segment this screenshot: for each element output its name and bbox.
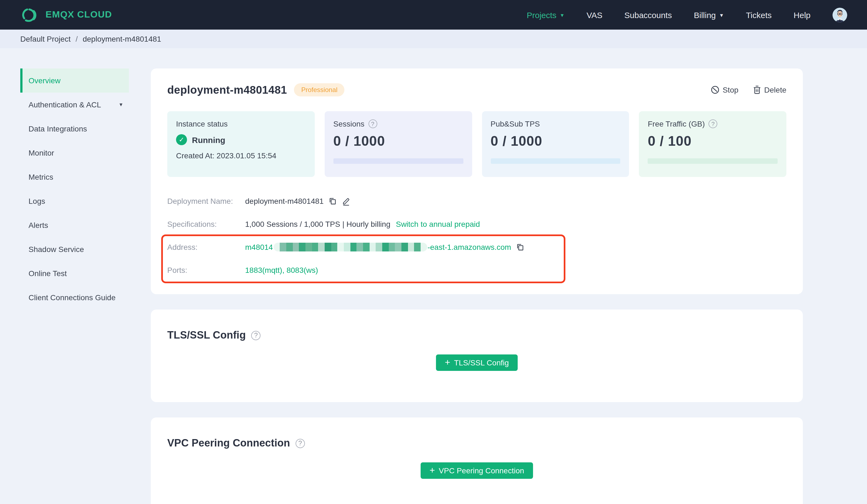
delete-button[interactable]: Delete bbox=[753, 86, 786, 94]
brand-logo[interactable]: EMQX CLOUD bbox=[20, 8, 112, 22]
nav-item-vas[interactable]: VAS bbox=[587, 10, 602, 20]
navbar-menu: Projects ▼ VAS Subaccounts Billing ▼ Tic… bbox=[527, 8, 847, 22]
plus-icon: + bbox=[445, 358, 450, 367]
tls-ssl-title: TLS/SSL Config bbox=[167, 329, 246, 341]
breadcrumb: Default Project / deployment-m4801481 bbox=[0, 30, 867, 48]
created-at: Created At: 2023.01.05 15:54 bbox=[176, 151, 306, 160]
plan-badge: Professional bbox=[294, 83, 345, 96]
vpc-peering-title: VPC Peering Connection bbox=[167, 437, 290, 449]
nav-item-help[interactable]: Help bbox=[793, 10, 811, 20]
address-row: Address: m48014 -east-1.amazonaws.com bbox=[167, 235, 786, 259]
nav-item-projects[interactable]: Projects ▼ bbox=[527, 10, 565, 20]
emqx-logo-icon bbox=[20, 8, 40, 22]
ports-row: Ports: 1883(mqtt), 8083(ws) bbox=[167, 259, 786, 282]
deployment-name-value: deployment-m4801481 bbox=[245, 197, 323, 206]
free-traffic-card: Free Traffic (GB) ? 0 / 100 bbox=[639, 111, 786, 177]
instance-status-label: Instance status bbox=[176, 119, 227, 128]
sidebar-item-metrics[interactable]: Metrics bbox=[20, 165, 129, 189]
sidebar-item-shadow-service[interactable]: Shadow Service bbox=[20, 237, 129, 261]
sessions-card: Sessions ? 0 / 1000 bbox=[325, 111, 472, 177]
instance-status-value: Running bbox=[192, 135, 225, 144]
deployment-details: Deployment Name: deployment-m4801481 bbox=[167, 189, 786, 282]
chevron-down-icon: ▼ bbox=[719, 13, 724, 18]
address-prefix: m48014 bbox=[245, 243, 273, 251]
sidebar-item-overview[interactable]: Overview bbox=[20, 68, 129, 92]
nav-item-subaccounts[interactable]: Subaccounts bbox=[624, 10, 672, 20]
stats-row: Instance status ✓ Running Created At: 20… bbox=[167, 111, 786, 177]
sessions-progress-bar bbox=[333, 158, 463, 164]
top-navbar: EMQX CLOUD Projects ▼ VAS Subaccounts Bi… bbox=[0, 0, 867, 30]
add-vpc-peering-button[interactable]: + VPC Peering Connection bbox=[421, 462, 533, 479]
chevron-down-icon: ▼ bbox=[560, 13, 565, 18]
add-tls-ssl-config-button[interactable]: + TLS/SSL Config bbox=[436, 354, 518, 371]
trash-icon bbox=[753, 86, 761, 94]
tls-ssl-card: TLS/SSL Config ? + TLS/SSL Config bbox=[151, 309, 803, 402]
deployment-overview-card: deployment-m4801481 Professional Stop bbox=[151, 68, 803, 294]
nav-item-tickets[interactable]: Tickets bbox=[746, 10, 772, 20]
sidebar-item-online-test[interactable]: Online Test bbox=[20, 261, 129, 285]
specifications-label: Specifications: bbox=[167, 220, 245, 228]
address-label: Address: bbox=[167, 243, 245, 251]
deployment-title: deployment-m4801481 bbox=[167, 84, 287, 96]
check-circle-icon: ✓ bbox=[176, 134, 187, 145]
pubsub-tps-value: 0 / 1000 bbox=[491, 133, 621, 149]
sidebar-item-data-integrations[interactable]: Data Integrations bbox=[20, 117, 129, 141]
instance-status-card: Instance status ✓ Running Created At: 20… bbox=[167, 111, 315, 177]
plus-icon: + bbox=[429, 465, 435, 475]
address-redacted bbox=[274, 243, 427, 251]
copy-icon[interactable] bbox=[516, 243, 524, 251]
sessions-label: Sessions bbox=[333, 119, 365, 128]
chevron-down-icon: ▼ bbox=[118, 102, 124, 107]
pubsub-tps-progress-bar bbox=[491, 158, 621, 164]
stop-icon bbox=[710, 86, 719, 94]
pubsub-tps-label: Pub&Sub TPS bbox=[491, 119, 540, 128]
stop-button[interactable]: Stop bbox=[710, 86, 738, 94]
vpc-peering-card: VPC Peering Connection ? + VPC Peering C… bbox=[151, 417, 803, 504]
ports-value: 1883(mqtt), 8083(ws) bbox=[245, 266, 318, 274]
sidebar-item-client-connections-guide[interactable]: Client Connections Guide bbox=[20, 285, 129, 309]
ports-label: Ports: bbox=[167, 266, 245, 274]
user-avatar[interactable] bbox=[833, 8, 847, 22]
edit-icon[interactable] bbox=[342, 196, 351, 206]
help-icon[interactable]: ? bbox=[708, 119, 717, 128]
emqx-cloud-app: EMQX CLOUD Projects ▼ VAS Subaccounts Bi… bbox=[0, 0, 867, 504]
breadcrumb-current: deployment-m4801481 bbox=[83, 34, 161, 43]
main-content: deployment-m4801481 Professional Stop bbox=[151, 68, 803, 504]
help-icon[interactable]: ? bbox=[368, 119, 377, 128]
copy-icon[interactable] bbox=[329, 197, 337, 206]
switch-annual-prepaid-link[interactable]: Switch to annual prepaid bbox=[396, 220, 480, 228]
breadcrumb-separator: / bbox=[76, 34, 78, 43]
deployment-name-row: Deployment Name: deployment-m4801481 bbox=[167, 189, 786, 212]
specifications-row: Specifications: 1,000 Sessions / 1,000 T… bbox=[167, 212, 786, 235]
breadcrumb-project[interactable]: Default Project bbox=[20, 34, 71, 43]
pubsub-tps-card: Pub&Sub TPS 0 / 1000 bbox=[482, 111, 629, 177]
sidebar-item-logs[interactable]: Logs bbox=[20, 189, 129, 213]
brand-name: EMQX CLOUD bbox=[45, 9, 112, 20]
sidebar: Overview Authentication & ACL ▼ Data Int… bbox=[0, 48, 140, 309]
free-traffic-value: 0 / 100 bbox=[648, 133, 778, 149]
deployment-name-label: Deployment Name: bbox=[167, 197, 245, 206]
sidebar-item-alerts[interactable]: Alerts bbox=[20, 213, 129, 237]
sidebar-item-authentication-acl[interactable]: Authentication & ACL ▼ bbox=[20, 92, 129, 117]
help-icon[interactable]: ? bbox=[296, 439, 305, 448]
nav-item-billing[interactable]: Billing ▼ bbox=[694, 10, 724, 20]
address-suffix: -east-1.amazonaws.com bbox=[427, 243, 511, 251]
help-icon[interactable]: ? bbox=[251, 331, 260, 340]
sidebar-item-monitor[interactable]: Monitor bbox=[20, 141, 129, 165]
sessions-value: 0 / 1000 bbox=[333, 133, 463, 149]
free-traffic-label: Free Traffic (GB) bbox=[648, 119, 705, 128]
free-traffic-progress-bar bbox=[648, 158, 778, 164]
specifications-value: 1,000 Sessions / 1,000 TPS | Hourly bill… bbox=[245, 220, 390, 228]
